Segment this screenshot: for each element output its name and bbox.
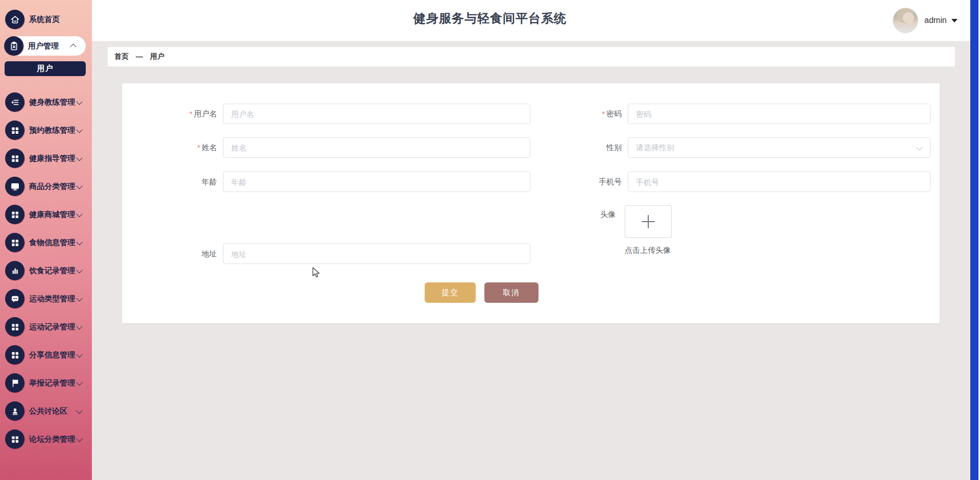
- sidebar-item-label: 饮食记录管理: [29, 266, 77, 276]
- chevron-down-icon: [916, 144, 923, 151]
- sidebar-item-label: 食物信息管理: [29, 238, 77, 248]
- sidebar-item-label: 运动类型管理: [29, 294, 77, 304]
- scrollbar-thumb[interactable]: [970, 0, 978, 480]
- sidebar-item-label: 分享信息管理: [29, 350, 77, 360]
- top-header: [92, 0, 980, 41]
- phone-label: 手机号: [537, 177, 628, 187]
- sidebar-item-home[interactable]: 系统首页: [0, 10, 92, 29]
- breadcrumb-separator: —: [136, 53, 143, 61]
- list-icon: [5, 92, 24, 112]
- name-label: *姓名: [122, 143, 223, 153]
- gender-select-placeholder: 请选择性别: [636, 143, 674, 153]
- chevron-down-icon: [76, 210, 83, 217]
- sidebar-item-label: 健康商城管理: [29, 210, 77, 220]
- phone-input[interactable]: [628, 172, 930, 192]
- gender-select[interactable]: 请选择性别: [628, 137, 930, 158]
- user-menu[interactable]: admin: [893, 0, 958, 41]
- form-row-username: *用户名: [122, 104, 530, 124]
- sidebar-item-diet-record-mgmt[interactable]: 饮食记录管理: [0, 261, 92, 280]
- address-label: 地址: [122, 249, 223, 259]
- user-name: admin: [924, 16, 947, 25]
- chevron-down-icon: [76, 323, 83, 329]
- sidebar-item-label: 举报记录管理: [29, 378, 77, 388]
- sidebar-item-health-guide-mgmt[interactable]: 健康指导管理: [0, 149, 92, 168]
- grid-icon: [5, 149, 24, 168]
- avatar[interactable]: [893, 8, 918, 33]
- chat-icon: [5, 289, 24, 308]
- avatar-upload-box[interactable]: [625, 205, 672, 238]
- bar-chart-icon: [5, 261, 24, 280]
- sidebar-item-coach-mgmt[interactable]: 健身教练管理: [0, 92, 92, 112]
- sidebar-item-label: 健康指导管理: [29, 154, 77, 163]
- username-label: *用户名: [122, 109, 223, 119]
- sidebar-item-forum-category-mgmt[interactable]: 论坛分类管理: [0, 429, 92, 449]
- sidebar-subitem-user[interactable]: 用户: [5, 61, 86, 76]
- user-form-card: *用户名 *姓名 年龄 地址 *密码 性别 请选择性别 手机号 头像 点击上传头…: [122, 83, 940, 323]
- chevron-down-icon: [76, 126, 83, 133]
- monitor-icon: [5, 177, 24, 196]
- sidebar: 系统首页 用户管理 用户 健身教练管理: [0, 0, 92, 480]
- breadcrumb-current: 用户: [150, 52, 164, 61]
- sidebar-item-health-mall-mgmt[interactable]: 健康商城管理: [0, 205, 92, 224]
- grid-icon: [5, 429, 24, 449]
- sidebar-item-user-mgmt[interactable]: 用户管理: [4, 36, 86, 56]
- sidebar-item-label: 商品分类管理: [29, 182, 77, 191]
- plus-icon: [642, 215, 655, 228]
- avatar-upload-hint: 点击上传头像: [609, 246, 686, 255]
- chevron-down-icon: [76, 182, 83, 189]
- sidebar-item-label: 论坛分类管理: [29, 435, 77, 444]
- chevron-down-icon: [76, 435, 83, 442]
- chevron-down-icon: [76, 295, 83, 301]
- sidebar-item-report-record-mgmt[interactable]: 举报记录管理: [0, 373, 92, 393]
- sidebar-item-share-info-mgmt[interactable]: 分享信息管理: [0, 345, 92, 365]
- sidebar-item-booking-mgmt[interactable]: 预约教练管理: [0, 121, 92, 140]
- chevron-down-icon: [76, 238, 83, 245]
- submit-button[interactable]: 提交: [425, 282, 476, 303]
- age-label: 年龄: [122, 177, 223, 187]
- cancel-button[interactable]: 取消: [484, 282, 538, 303]
- form-row-age: 年龄: [122, 172, 530, 192]
- grid-icon: [5, 233, 24, 252]
- form-row-phone: 手机号: [537, 172, 930, 192]
- chevron-down-icon: [76, 407, 83, 414]
- chevron-down-icon: [76, 154, 83, 161]
- sidebar-item-sport-type-mgmt[interactable]: 运动类型管理: [0, 289, 92, 308]
- password-input[interactable]: [628, 104, 930, 124]
- dropdown-arrow-icon: [951, 19, 958, 22]
- chevron-down-icon: [76, 379, 83, 386]
- username-input[interactable]: [223, 104, 530, 124]
- breadcrumb-home[interactable]: 首页: [114, 52, 129, 61]
- breadcrumb: 首页 — 用户: [108, 47, 955, 66]
- avatar-upload-label: 头像: [537, 210, 622, 220]
- grid-icon: [5, 345, 24, 365]
- sidebar-item-label: 健身教练管理: [29, 98, 77, 107]
- address-input[interactable]: [223, 244, 530, 264]
- required-mark: *: [602, 109, 605, 118]
- password-label: *密码: [537, 109, 628, 119]
- form-row-gender: 性别 请选择性别: [537, 137, 930, 158]
- form-row-name: *姓名: [122, 137, 530, 158]
- age-input[interactable]: [223, 172, 530, 192]
- flag-icon: [5, 373, 24, 393]
- chevron-down-icon: [76, 351, 83, 357]
- grid-icon: [5, 317, 24, 337]
- required-mark: *: [197, 143, 200, 152]
- sidebar-item-product-category-mgmt[interactable]: 商品分类管理: [0, 177, 92, 196]
- chevron-down-icon: [76, 98, 83, 105]
- home-icon: [5, 10, 24, 29]
- sidebar-item-sport-record-mgmt[interactable]: 运动记录管理: [0, 317, 92, 337]
- user-icon: [5, 401, 24, 421]
- required-mark: *: [189, 109, 192, 118]
- sidebar-item-food-info-mgmt[interactable]: 食物信息管理: [0, 233, 92, 252]
- form-row-password: *密码: [537, 104, 930, 124]
- gender-label: 性别: [537, 143, 628, 153]
- form-row-address: 地址: [122, 244, 530, 264]
- sidebar-item-label: 运动记录管理: [29, 322, 77, 332]
- sidebar-item-label: 用户管理: [28, 41, 71, 51]
- sidebar-item-forum[interactable]: 公共讨论区: [0, 401, 92, 421]
- clipboard-icon: [4, 36, 23, 56]
- sidebar-item-label: 公共讨论区: [29, 406, 77, 416]
- grid-icon: [5, 121, 24, 140]
- sidebar-item-label: 预约教练管理: [29, 126, 77, 135]
- name-input[interactable]: [223, 137, 530, 158]
